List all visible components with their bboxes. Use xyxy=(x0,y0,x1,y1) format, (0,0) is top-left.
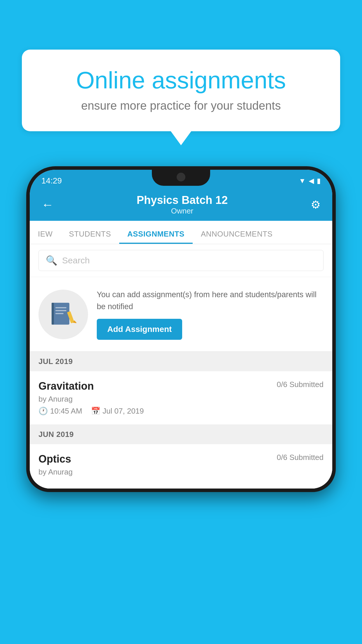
search-container: 🔍 Search xyxy=(30,244,332,277)
app-header: ← Physics Batch 12 Owner ⚙ xyxy=(30,189,332,221)
phone-outer: 14:29 ▼ ◀ ▮ ← Physics Batch 12 Owner ⚙ xyxy=(26,166,336,492)
tab-assignments[interactable]: ASSIGNMENTS xyxy=(119,230,193,244)
assignment-item-gravitation[interactable]: Gravitation 0/6 Submitted by Anurag 🕐 10… xyxy=(30,371,332,425)
assignment-submitted: 0/6 Submitted xyxy=(277,380,324,389)
promo-section: Online assignments ensure more practice … xyxy=(22,50,340,131)
speech-bubble: Online assignments ensure more practice … xyxy=(22,50,340,131)
section-header-jun: JUN 2019 xyxy=(30,425,332,444)
phone-device: 14:29 ▼ ◀ ▮ ← Physics Batch 12 Owner ⚙ xyxy=(26,166,336,644)
search-input-wrapper[interactable]: 🔍 Search xyxy=(38,250,324,271)
add-assignment-section: You can add assignment(s) from here and … xyxy=(30,277,332,352)
assignment-author: by Anurag xyxy=(38,395,324,404)
phone-screen: 14:29 ▼ ◀ ▮ ← Physics Batch 12 Owner ⚙ xyxy=(30,170,332,489)
svg-rect-3 xyxy=(55,313,64,314)
assignment-date: Jul 07, 2019 xyxy=(103,407,144,416)
tab-students[interactable]: STUDENTS xyxy=(61,230,119,244)
svg-rect-2 xyxy=(55,310,66,311)
optics-submitted: 0/6 Submitted xyxy=(277,453,324,462)
section-header-jul: JUL 2019 xyxy=(30,352,332,371)
assignment-item-optics[interactable]: Optics 0/6 Submitted by Anurag xyxy=(30,444,332,489)
assignment-title: Gravitation xyxy=(38,380,94,392)
assignment-meta: 🕐 10:45 AM 📅 Jul 07, 2019 xyxy=(38,407,324,416)
tabs-bar: IEW STUDENTS ASSIGNMENTS ANNOUNCEMENTS xyxy=(30,221,332,244)
calendar-icon: 📅 xyxy=(91,407,100,416)
assignment-top-row: Gravitation 0/6 Submitted xyxy=(38,380,324,392)
signal-icon: ◀ xyxy=(309,177,314,185)
add-assignment-description: You can add assignment(s) from here and … xyxy=(97,289,324,312)
svg-rect-1 xyxy=(55,307,66,308)
assignment-top-row-optics: Optics 0/6 Submitted xyxy=(38,453,324,465)
search-icon: 🔍 xyxy=(46,255,57,266)
optics-author: by Anurag xyxy=(38,468,324,477)
battery-icon: ▮ xyxy=(317,177,321,185)
clock-icon: 🕐 xyxy=(38,407,48,416)
batch-title: Physics Batch 12 xyxy=(137,194,228,206)
notebook-icon-circle xyxy=(38,290,88,339)
bubble-subtitle: ensure more practice for your students xyxy=(42,99,320,112)
header-center: Physics Batch 12 Owner xyxy=(137,194,228,216)
settings-icon[interactable]: ⚙ xyxy=(311,198,321,211)
status-icons: ▼ ◀ ▮ xyxy=(299,177,321,185)
optics-title: Optics xyxy=(38,453,71,465)
status-time: 14:29 xyxy=(41,176,62,186)
notebook-icon xyxy=(50,301,76,328)
add-assignment-text-area: You can add assignment(s) from here and … xyxy=(97,289,324,340)
back-button[interactable]: ← xyxy=(41,198,54,212)
assignment-time: 10:45 AM xyxy=(50,407,82,416)
header-owner-label: Owner xyxy=(137,206,228,216)
phone-camera xyxy=(177,173,185,181)
tab-overview[interactable]: IEW xyxy=(30,230,61,244)
wifi-icon: ▼ xyxy=(299,177,306,185)
date-meta: 📅 Jul 07, 2019 xyxy=(91,407,144,416)
svg-rect-4 xyxy=(52,303,54,325)
bubble-title: Online assignments xyxy=(42,67,320,93)
time-meta: 🕐 10:45 AM xyxy=(38,407,82,416)
add-assignment-button[interactable]: Add Assignment xyxy=(97,319,182,340)
search-placeholder: Search xyxy=(62,256,90,265)
tab-announcements[interactable]: ANNOUNCEMENTS xyxy=(193,230,281,244)
